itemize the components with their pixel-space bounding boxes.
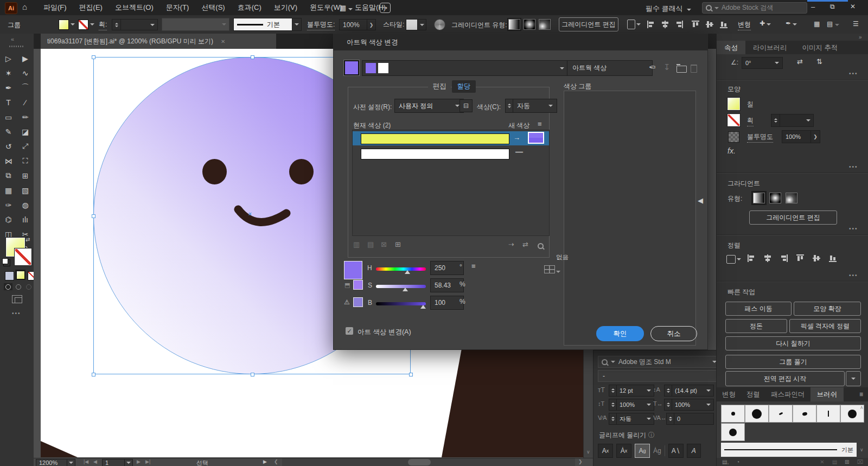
style-swatch[interactable] (406, 19, 418, 30)
active-color-swatch[interactable] (344, 60, 359, 75)
menu-file[interactable]: 파일(F) (43, 3, 67, 12)
tab-pathfinder[interactable]: 패스파인더 (765, 387, 810, 402)
opacity-expand-button[interactable]: ❯ (367, 19, 376, 30)
panel-layout-icon[interactable]: ▤ (827, 20, 839, 28)
status-expand-icon[interactable]: ▶ (263, 459, 267, 464)
brightness-slider[interactable] (376, 302, 426, 305)
scroll-down-icon[interactable]: ∨ (586, 449, 590, 455)
menu-view[interactable]: 보기(V) (274, 3, 297, 12)
menu-select[interactable]: 선택(S) (201, 3, 225, 12)
fill-color-swatch[interactable] (59, 20, 69, 30)
hsb-menu-icon[interactable]: ≡ (471, 262, 476, 270)
arrange-documents-icon[interactable]: ▦ (814, 20, 820, 28)
font-style-dropdown[interactable]: - (598, 370, 717, 382)
brightness-value-field[interactable]: 100 (430, 296, 464, 310)
zoom-level-field[interactable]: 1200% (36, 459, 70, 466)
glyph-angle-2-button[interactable]: A (687, 444, 701, 458)
shaper-tool[interactable]: ✎ (0, 124, 17, 139)
vscale-stepper[interactable] (609, 399, 617, 411)
tracking-stepper[interactable] (666, 413, 674, 425)
font-size-stepper[interactable] (609, 385, 617, 397)
gradient-edit-button-panel[interactable]: 그레이디언트 편집 (749, 210, 837, 225)
stroke-caret-icon[interactable] (90, 23, 94, 25)
rotate-angle-dropdown[interactable]: 0° (742, 57, 783, 69)
opacity-label[interactable]: 불투명도: (307, 20, 335, 30)
saturation-slider-thumb[interactable] (403, 288, 408, 291)
glyph-angle-button[interactable]: A∖ (668, 444, 684, 458)
align-right-icon[interactable] (675, 20, 684, 29)
last-artboard-icon[interactable]: ▶| (145, 459, 150, 464)
appearance-fill-label[interactable]: 칠 (747, 100, 754, 109)
brush-scroll-up-icon[interactable]: ∧ (860, 405, 864, 410)
font-size-field[interactable]: 12 pt (616, 385, 654, 397)
current-color-bar-yellow[interactable] (361, 133, 509, 144)
eraser-tool[interactable]: ◪ (17, 124, 34, 139)
panel-align-middle-icon[interactable] (812, 254, 821, 263)
color-row-white[interactable]: — (353, 146, 549, 161)
gradient-type-linear[interactable] (507, 18, 521, 31)
tab-transform[interactable]: 변형 (717, 387, 741, 402)
tab-align[interactable]: 정렬 (741, 387, 765, 402)
artboard-nav-caret[interactable] (124, 459, 133, 466)
flip-horizontal-icon[interactable]: ⇄ (797, 58, 803, 66)
tab-properties[interactable]: 속성 (717, 41, 745, 54)
kerning-stepper[interactable] (609, 413, 617, 425)
stroke-weight-stepper[interactable] (112, 19, 121, 30)
artwork-brown-shape[interactable] (442, 350, 583, 457)
dialog-title-bar[interactable]: 아트웍 색상 변경 (334, 34, 707, 50)
transform-button[interactable]: 변형 (738, 20, 751, 30)
paintbrush-tool[interactable]: ✏ (17, 110, 34, 124)
reduce-colors-icon[interactable]: ⊟ (459, 99, 473, 112)
scroll-left-icon[interactable]: ❮ (274, 459, 278, 464)
brush-dot-large[interactable] (745, 405, 769, 423)
handle-bottom-left[interactable] (92, 373, 95, 376)
flip-vertical-icon[interactable]: ⇅ (816, 58, 822, 66)
hue-slider[interactable] (376, 267, 426, 271)
quick-expand-shape-button[interactable]: 모양 확장 (794, 302, 861, 316)
opacity-field[interactable]: 100% (339, 19, 371, 30)
colors-dropdown[interactable]: 자동 (513, 99, 557, 113)
cc-libraries-icon[interactable]: ◔ (736, 459, 739, 465)
handle-mid-left[interactable] (92, 214, 95, 218)
transform-more-icon[interactable]: ••• (849, 71, 858, 76)
hscale-stepper[interactable] (664, 399, 672, 411)
close-button[interactable]: ✕ (850, 3, 856, 10)
collapse-toolbar-icon[interactable]: « (11, 36, 14, 42)
magic-wand-tool[interactable]: ✶ (0, 66, 17, 80)
column-graph-tool[interactable]: ılı (17, 212, 34, 227)
align-to-selection-icon[interactable] (726, 255, 736, 264)
document-setup-caret[interactable] (636, 23, 641, 25)
color-group-list[interactable] (564, 91, 696, 346)
menu-window[interactable]: 윈도우(W) (310, 3, 342, 12)
handle-bottom-right[interactable] (409, 373, 413, 376)
draw-behind-icon[interactable] (14, 283, 23, 290)
brightness-slider-thumb[interactable] (420, 305, 426, 309)
gamut-swatch[interactable] (353, 297, 363, 307)
share-icon[interactable]: ↪ (380, 3, 391, 13)
stroke-weight-label[interactable]: 획: (99, 20, 107, 30)
kerning-field[interactable]: 자동 (616, 413, 654, 425)
panel-align-top-icon[interactable] (796, 254, 805, 263)
brush-scroll-down-icon[interactable]: ∨ (860, 447, 864, 452)
tracking-field[interactable]: 0 (674, 413, 714, 425)
handle-top-left[interactable] (92, 55, 95, 59)
new-brush-icon[interactable]: ⊞ (845, 459, 849, 465)
font-family-dropdown[interactable]: Adobe 명조 Std M (598, 356, 717, 368)
color-set-dropdown[interactable] (362, 60, 568, 76)
appearance-stroke-swatch[interactable] (727, 114, 740, 126)
rotate-tool[interactable]: ↺ (0, 139, 17, 154)
isolate-mode-icon[interactable]: ✒ (786, 20, 797, 27)
restore-button[interactable]: ⧉ (830, 3, 835, 10)
saturation-slider[interactable] (376, 285, 426, 288)
brush-blob[interactable] (793, 405, 816, 423)
assign-menu-icon[interactable]: ≡ (538, 120, 542, 128)
align-middle-icon[interactable] (705, 20, 714, 29)
brush-slash[interactable] (769, 405, 793, 423)
align-left-icon[interactable] (647, 20, 655, 29)
menu-effect[interactable]: 효과(C) (238, 3, 261, 12)
eyedropper-icon[interactable]: ✑ (649, 62, 656, 72)
symbol-sprayer-tool[interactable]: ⌬ (0, 212, 17, 227)
default-fill-stroke-icon[interactable] (2, 258, 8, 264)
stock-search-input[interactable]: Adobe Stock 검색 (702, 2, 807, 14)
color-row-selected[interactable]: → (353, 131, 549, 145)
